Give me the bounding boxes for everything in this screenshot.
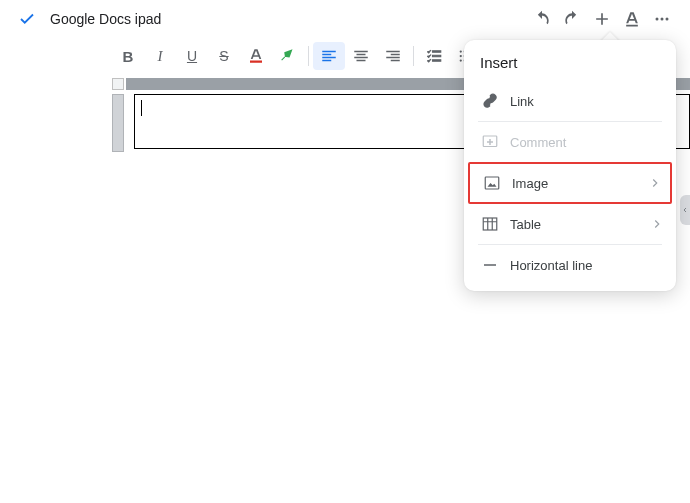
svg-point-2 — [666, 18, 669, 21]
strikethrough-icon: S — [219, 48, 228, 64]
more-horizontal-icon — [652, 9, 672, 29]
svg-point-6 — [460, 59, 462, 61]
more-button[interactable] — [648, 5, 676, 33]
side-panel-toggle[interactable] — [680, 195, 690, 225]
insert-button[interactable] — [588, 5, 616, 33]
svg-rect-8 — [485, 177, 499, 189]
topbar-actions — [528, 5, 682, 33]
menu-label: Comment — [510, 135, 566, 150]
undo-button[interactable] — [528, 5, 556, 33]
bold-icon: B — [123, 48, 134, 65]
menu-label: Image — [512, 176, 548, 191]
insert-hr-item[interactable]: Horizontal line — [464, 245, 676, 285]
underline-button[interactable]: U — [176, 42, 208, 70]
highlight-icon — [279, 47, 297, 65]
horizontal-line-icon — [476, 256, 504, 274]
align-left-button[interactable] — [313, 42, 345, 70]
undo-icon — [532, 9, 552, 29]
italic-button[interactable]: I — [144, 42, 176, 70]
image-icon — [478, 174, 506, 192]
chevron-left-icon — [681, 204, 689, 216]
insert-comment-item: Comment — [464, 122, 676, 162]
text-format-button[interactable] — [618, 5, 646, 33]
table-icon — [476, 215, 504, 233]
align-center-icon — [352, 47, 370, 65]
svg-rect-9 — [483, 218, 497, 230]
align-center-button[interactable] — [345, 42, 377, 70]
popover-title: Insert — [464, 40, 676, 81]
menu-label: Horizontal line — [510, 258, 592, 273]
italic-icon: I — [158, 48, 163, 65]
redo-icon — [562, 9, 582, 29]
check-icon — [18, 10, 36, 28]
document-title[interactable]: Google Docs ipad — [50, 11, 161, 27]
insert-image-item[interactable]: Image — [468, 162, 672, 204]
highlight-button[interactable] — [272, 42, 304, 70]
insert-table-item[interactable]: Table — [464, 204, 676, 244]
text-cursor — [141, 100, 142, 116]
menu-label: Link — [510, 94, 534, 109]
checklist-icon — [425, 47, 443, 65]
redo-button[interactable] — [558, 5, 586, 33]
top-bar: Google Docs ipad — [0, 0, 690, 38]
svg-point-1 — [661, 18, 664, 21]
svg-rect-10 — [484, 264, 496, 266]
insert-popover: Insert Link Comment Image Table — [464, 40, 676, 291]
align-left-icon — [320, 47, 338, 65]
ruler-vertical — [112, 94, 124, 152]
insert-link-item[interactable]: Link — [464, 81, 676, 121]
svg-rect-3 — [250, 61, 262, 63]
comment-plus-icon — [476, 133, 504, 151]
text-format-icon — [622, 9, 642, 29]
align-right-icon — [384, 47, 402, 65]
chevron-right-icon — [648, 176, 662, 190]
menu-label: Table — [510, 217, 541, 232]
text-color-icon — [247, 47, 265, 65]
align-right-button[interactable] — [377, 42, 409, 70]
done-check-button[interactable] — [8, 10, 46, 28]
bold-button[interactable]: B — [112, 42, 144, 70]
svg-point-4 — [460, 50, 462, 52]
link-icon — [476, 92, 504, 110]
underline-icon: U — [187, 48, 197, 64]
text-color-button[interactable] — [240, 42, 272, 70]
svg-point-5 — [460, 55, 462, 57]
chevron-right-icon — [650, 217, 664, 231]
strikethrough-button[interactable]: S — [208, 42, 240, 70]
plus-icon — [592, 9, 612, 29]
svg-point-0 — [656, 18, 659, 21]
checklist-button[interactable] — [418, 42, 450, 70]
